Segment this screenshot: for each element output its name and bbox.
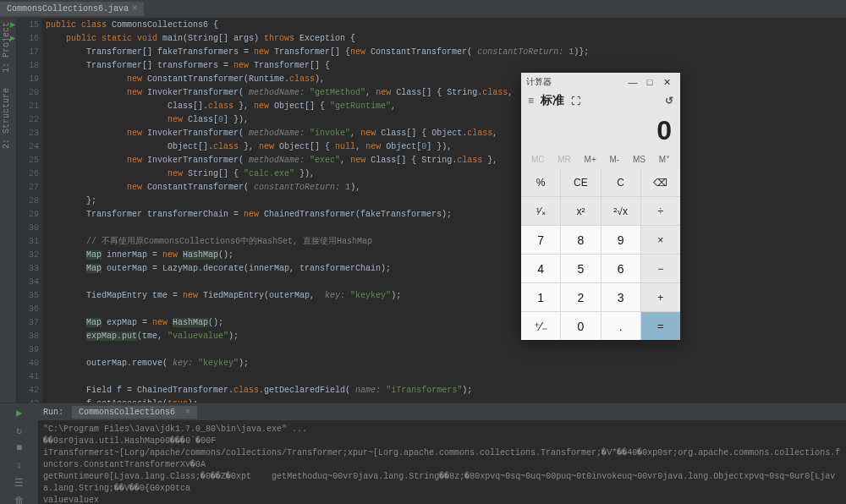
code-line[interactable] (46, 276, 843, 289)
left-tool-strip: 1: Project 2: Structure (0, 19, 17, 403)
code-line[interactable]: outerMap.remove( key: "keykey"); (46, 357, 843, 370)
calc-key-9[interactable]: 9 (602, 226, 640, 254)
calc-titlebar[interactable]: 计算器 — □ ✕ (521, 73, 680, 91)
calc-key-3[interactable]: 3 (602, 283, 640, 311)
calc-key-6[interactable]: 6 (602, 255, 640, 282)
code-line[interactable]: new ConstantTransformer( constantToRetur… (46, 181, 843, 194)
calc-key-÷[interactable]: ÷ (641, 197, 680, 225)
calc-key-5[interactable]: 5 (561, 255, 600, 282)
calc-key-2[interactable]: 2 (561, 283, 600, 311)
down-icon[interactable]: ⇩ (16, 459, 22, 472)
calc-key-x²[interactable]: x² (561, 197, 600, 225)
calc-keypad: %CEC⌫¹⁄ₓx²²√x÷789×456−123+⁺⁄₋0.= (521, 168, 680, 340)
code-line[interactable]: public class CommonsCollections6 { (46, 19, 843, 32)
code-line[interactable]: Transformer[] fakeTransformers = new Tra… (46, 46, 843, 59)
mem-mc[interactable]: MC (531, 155, 545, 164)
calc-display: 0 (521, 110, 680, 153)
close-button[interactable]: ✕ (658, 77, 675, 88)
run-tab-bar: Run: CommonsCollections6 × (38, 403, 846, 420)
calc-key-CE[interactable]: CE (561, 168, 600, 196)
stop-icon[interactable]: ■ (16, 442, 22, 454)
code-line[interactable]: }; (46, 194, 843, 208)
code-line[interactable]: Transformer transformerChain = new Chain… (46, 208, 843, 222)
code-line[interactable]: Object[].class }, new Object[] { null, n… (46, 140, 843, 154)
code-line[interactable]: new Class[0] }), (46, 113, 843, 127)
code-line[interactable]: Class[].class }, new Object[] { "getRunt… (46, 100, 843, 113)
calc-key-×[interactable]: × (641, 226, 680, 254)
run-config-tab[interactable]: CommonsCollections6 × (72, 406, 197, 419)
mem-mr[interactable]: MR (558, 155, 571, 164)
code-line[interactable]: new InvokerTransformer( methodName: "inv… (46, 127, 843, 140)
trash-icon[interactable]: 🗑 (14, 495, 25, 504)
calc-key-=[interactable]: = (641, 312, 680, 340)
calc-title-text: 计算器 (526, 76, 552, 88)
hamburger-icon[interactable]: ≡ (528, 95, 534, 107)
code-line[interactable]: Map expMap = new HashMap(); (46, 316, 843, 330)
run-output[interactable]: "C:\Program Files\Java\jdk1.7.0_80\bin\j… (38, 420, 846, 504)
run-icon[interactable]: ▶ (16, 407, 22, 419)
code-line[interactable]: Transformer[] transformers = new Transfo… (46, 59, 843, 73)
calc-mode-label: 标准 (541, 93, 564, 108)
calc-key-.[interactable]: . (602, 312, 640, 340)
file-tab-label: CommonsCollections6.java (7, 4, 129, 14)
code-line[interactable] (46, 222, 843, 235)
maximize-button[interactable]: □ (641, 77, 658, 87)
code-line[interactable]: Map innerMap = new HashMap(); (46, 249, 843, 262)
code-line[interactable] (46, 370, 843, 384)
mem-m˅[interactable]: M˅ (659, 155, 670, 164)
run-label: Run: (43, 408, 63, 417)
code-line[interactable] (46, 303, 843, 316)
code-line[interactable]: public static void main(String[] args) t… (46, 32, 843, 46)
mem-ms[interactable]: MS (633, 155, 645, 164)
rerun-icon[interactable]: ↻ (16, 425, 22, 437)
code-line[interactable]: TiedMapEntry tme = new TiedMapEntry(oute… (46, 289, 843, 303)
mem-m+[interactable]: M+ (585, 155, 596, 164)
run-gutter-icon[interactable]: ▶ (10, 19, 15, 32)
layout-icon[interactable]: ☰ (14, 477, 24, 490)
editor-tab-bar: CommonsCollections6.java × (0, 0, 846, 19)
calc-memory-row: MCMRM+M-MSM˅ (521, 153, 680, 168)
run-panel: ▶ ↻ ■ ⇩ ☰ 🗑 Run: CommonsCollections6 × "… (0, 403, 846, 504)
close-icon[interactable]: × (132, 4, 137, 14)
code-line[interactable]: expMap.put(tme, "valuevalue"); (46, 330, 843, 343)
code-line[interactable]: Map outerMap = LazyMap.decorate(innerMap… (46, 262, 843, 276)
run-toolbar: ▶ ↻ ■ ⇩ ☰ 🗑 (0, 403, 38, 504)
code-line[interactable]: // 不再使用原CommonsCollections6中的HashSet, 直接… (46, 235, 843, 249)
calc-key-%[interactable]: % (521, 168, 560, 196)
code-line[interactable]: new String[] { "calc.exe" }), (46, 167, 843, 181)
calc-key-4[interactable]: 4 (521, 255, 560, 282)
code-line[interactable]: Field f = ChainedTransformer.class.getDe… (46, 384, 843, 397)
calc-key-+[interactable]: + (641, 283, 680, 311)
calc-key-1[interactable]: 1 (521, 283, 560, 311)
calc-key-8[interactable]: 8 (561, 226, 600, 254)
line-gutter: 15▶16▶1718192021222324252627282930313233… (17, 19, 42, 403)
close-icon[interactable]: × (185, 408, 190, 417)
calc-key-⁺⁄₋[interactable]: ⁺⁄₋ (521, 312, 560, 340)
code-line[interactable]: new InvokerTransformer( methodName: "get… (46, 86, 843, 100)
code-editor[interactable]: public class CommonsCollections6 { publi… (42, 19, 846, 403)
code-line[interactable] (46, 343, 843, 357)
calculator-window[interactable]: 计算器 — □ ✕ ≡ 标准 ⛶ ↺ 0 MCMRM+M-MSM˅ %CEC⌫¹… (521, 73, 680, 340)
structure-tool[interactable]: 2: Structure (0, 85, 13, 152)
code-line[interactable]: new InvokerTransformer( methodName: "exe… (46, 154, 843, 167)
code-line[interactable]: new ConstantTransformer(Runtime.class), (46, 73, 843, 86)
calc-mode-row: ≡ 标准 ⛶ ↺ (521, 91, 680, 110)
calc-key-0[interactable]: 0 (561, 312, 600, 340)
calc-key-7[interactable]: 7 (521, 226, 560, 254)
run-gutter-icon[interactable]: ▶ (10, 32, 15, 46)
calc-key-−[interactable]: − (641, 255, 680, 282)
history-icon[interactable]: ↺ (665, 95, 673, 107)
calc-key-C[interactable]: C (602, 168, 640, 196)
minimize-button[interactable]: — (624, 77, 641, 87)
mem-m-[interactable]: M- (610, 155, 620, 164)
file-tab[interactable]: CommonsCollections6.java × (0, 2, 144, 16)
calc-key-²√x[interactable]: ²√x (602, 197, 640, 225)
calc-key-¹⁄ₓ[interactable]: ¹⁄ₓ (521, 197, 560, 225)
pin-icon[interactable]: ⛶ (571, 96, 580, 106)
calc-key-⌫[interactable]: ⌫ (641, 168, 680, 196)
